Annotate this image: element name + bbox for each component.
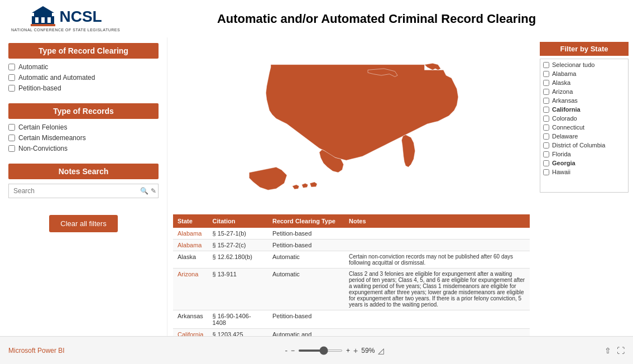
checkbox-certain-felonies-input[interactable] (8, 124, 15, 131)
state-link[interactable]: Alabama (178, 242, 202, 248)
filter-state-label: Arkansas (552, 97, 578, 104)
checkbox-non-convictions-input[interactable] (8, 145, 15, 152)
sidebar: Type of Record Clearing Automatic Automa… (0, 37, 167, 353)
state-link[interactable]: Alabama (178, 230, 202, 237)
filter-state-item[interactable]: Florida (541, 150, 627, 159)
filter-state-checkbox[interactable] (543, 116, 549, 122)
filter-state-item[interactable]: Alabama (541, 69, 627, 78)
filter-state-label: Connecticut (552, 124, 584, 131)
filter-state-item[interactable]: Hawaii (541, 167, 627, 176)
filter-state-item[interactable]: Colorado (541, 114, 627, 123)
checkbox-petition-input[interactable] (8, 85, 15, 92)
notes-search-header: Notes Search (8, 164, 159, 179)
filter-panel: Filter by State Selecionar tudoAlabamaAl… (535, 37, 633, 353)
table-row: Alabama§ 15-27-1(b)Petition-based (173, 228, 530, 240)
zoom-plus-button[interactable]: + (353, 346, 358, 355)
checkbox-automatic-automated-label: Automatic and Automated (18, 74, 95, 82)
zoom-minus-button[interactable]: - (285, 346, 287, 355)
table-cell-notes (344, 228, 530, 240)
checkbox-non-convictions[interactable]: Non-Convictions (8, 145, 159, 152)
filter-state-checkbox[interactable] (543, 142, 549, 149)
checkbox-automatic-input[interactable] (8, 64, 15, 70)
filter-state-item[interactable]: Arkansas (541, 96, 627, 105)
filter-state-checkbox[interactable] (543, 62, 549, 68)
filter-state-checkbox[interactable] (543, 160, 549, 166)
table-row: Arkansas§ 16-90-1406-1408Petition-based (173, 310, 530, 329)
filter-state-checkbox[interactable] (543, 80, 549, 86)
fit-to-screen-button[interactable]: ◿ (378, 346, 384, 355)
svg-rect-4 (41, 17, 45, 23)
filter-state-label: Colorado (552, 115, 577, 122)
bottom-icons: ⇧ ⛶ (605, 346, 625, 355)
table-cell-state: Alaska (173, 251, 208, 269)
checkbox-automatic-automated-input[interactable] (8, 74, 15, 81)
zoom-slider[interactable] (298, 349, 343, 352)
checkbox-automatic-automated[interactable]: Automatic and Automated (8, 74, 159, 82)
map-container (167, 37, 535, 214)
col-notes: Notes (344, 214, 530, 228)
checkbox-certain-misdemeanors[interactable]: Certain Misdemeanors (8, 134, 159, 142)
table-cell-citation: § 12.62.180(b) (208, 251, 267, 269)
filter-state-checkbox[interactable] (543, 151, 549, 157)
notes-search-section: Notes Search 🔍 ✎ (8, 164, 159, 198)
search-magnifier-icon[interactable]: 🔍 (140, 187, 148, 195)
filter-state-checkbox[interactable] (543, 89, 549, 95)
table-cell-type: Petition-based (268, 228, 344, 240)
powerbi-link[interactable]: Microsoft Power BI (8, 347, 65, 355)
checkbox-certain-misdemeanors-input[interactable] (8, 135, 15, 141)
table-cell-citation: § 15-27-2(c) (208, 240, 267, 251)
filter-state-item[interactable]: Alaska (541, 78, 627, 87)
record-clearing-header: Type of Record Clearing (8, 43, 159, 59)
bottom-bar: Microsoft Power BI - − + + 59% ◿ ⇧ ⛶ (0, 336, 633, 364)
state-link[interactable]: Arizona (178, 271, 198, 277)
filter-state-checkbox[interactable] (543, 124, 549, 131)
filter-header: Filter by State (540, 42, 629, 56)
page-title: Automatic and/or Automated Criminal Reco… (131, 12, 622, 26)
zoom-plus-label: + (346, 347, 350, 355)
search-clear-icon[interactable]: ✎ (151, 187, 156, 195)
clear-filters-button[interactable]: Clear all filters (49, 215, 117, 232)
table-section: State Citation Record Clearing Type Note… (167, 214, 535, 353)
table-cell-notes (344, 310, 530, 329)
checkbox-petition[interactable]: Petition-based (8, 84, 159, 92)
filter-state-checkbox[interactable] (543, 169, 549, 175)
search-input[interactable] (8, 184, 159, 198)
checkbox-automatic[interactable]: Automatic (8, 63, 159, 71)
fullscreen-button[interactable]: ⛶ (617, 346, 625, 355)
filter-state-item[interactable]: Arizona (541, 87, 627, 96)
filter-state-item[interactable]: District of Columbia (541, 141, 627, 150)
checkbox-certain-felonies[interactable]: Certain Felonies (8, 123, 159, 131)
filter-state-checkbox[interactable] (543, 107, 549, 113)
share-button[interactable]: ⇧ (605, 346, 611, 355)
us-map[interactable] (190, 43, 514, 205)
filter-state-item[interactable]: Georgia (541, 159, 627, 167)
checkbox-automatic-label: Automatic (18, 63, 48, 71)
filter-state-label: Selecionar tudo (552, 61, 594, 68)
filter-state-checkbox[interactable] (543, 98, 549, 104)
filter-state-label: Hawaii (552, 169, 570, 175)
checkbox-non-convictions-label: Non-Convictions (18, 145, 68, 152)
filter-list[interactable]: Selecionar tudoAlabamaAlaskaArizonaArkan… (540, 59, 629, 193)
table-cell-state: Arizona (173, 269, 208, 310)
ncsl-text: NCSL (59, 8, 102, 26)
table-cell-citation: § 13-911 (208, 269, 267, 310)
filter-state-label: Arizona (552, 88, 573, 95)
checkbox-certain-felonies-label: Certain Felonies (18, 123, 67, 131)
filter-state-label: Alabama (552, 70, 576, 77)
filter-state-label: District of Columbia (552, 142, 605, 149)
table-cell-citation: § 15-27-1(b) (208, 228, 267, 240)
table-cell-notes: Certain non-conviction records may not b… (344, 251, 530, 269)
filter-state-item[interactable]: Connecticut (541, 123, 627, 132)
table-cell-type: Automatic (268, 251, 344, 269)
table-cell-notes: Class 2 and 3 felonies are eligible for … (344, 269, 530, 310)
filter-state-item[interactable]: California (541, 105, 627, 114)
filter-state-item[interactable]: Selecionar tudo (541, 60, 627, 69)
zoom-percentage: 59% (361, 347, 375, 355)
table-cell-notes (344, 240, 530, 251)
filter-state-checkbox[interactable] (543, 133, 549, 140)
filter-state-label: California (552, 106, 581, 113)
filter-state-item[interactable]: Delaware (541, 132, 627, 141)
search-icons: 🔍 ✎ (140, 187, 156, 195)
filter-state-checkbox[interactable] (543, 71, 549, 77)
data-table: State Citation Record Clearing Type Note… (173, 214, 530, 347)
